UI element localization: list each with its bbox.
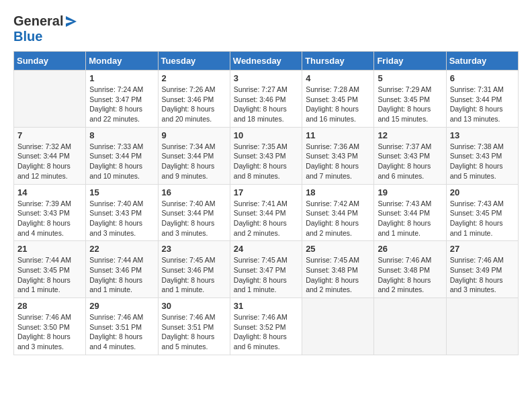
day-number: 20 [450, 187, 515, 197]
logo: General Blue [13, 13, 78, 44]
day-number: 8 [89, 130, 154, 140]
day-info: Sunrise: 7:36 AM Sunset: 3:43 PM Dayligh… [306, 142, 370, 181]
day-number: 13 [450, 130, 515, 140]
day-number: 6 [450, 73, 515, 83]
day-number: 9 [162, 130, 226, 140]
calendar-day-header: Saturday [446, 52, 518, 71]
calendar-cell: 18Sunrise: 7:42 AM Sunset: 3:44 PM Dayli… [302, 184, 374, 241]
day-number: 18 [306, 187, 370, 197]
calendar-cell: 2Sunrise: 7:26 AM Sunset: 3:46 PM Daylig… [158, 71, 230, 128]
calendar-cell: 24Sunrise: 7:45 AM Sunset: 3:47 PM Dayli… [230, 241, 302, 298]
day-info: Sunrise: 7:24 AM Sunset: 3:47 PM Dayligh… [89, 85, 154, 124]
logo-blue-text: Blue [13, 29, 42, 44]
calendar-cell: 19Sunrise: 7:43 AM Sunset: 3:44 PM Dayli… [374, 184, 446, 241]
day-info: Sunrise: 7:45 AM Sunset: 3:48 PM Dayligh… [306, 255, 370, 295]
day-info: Sunrise: 7:46 AM Sunset: 3:51 PM Dayligh… [89, 312, 154, 352]
calendar-cell: 15Sunrise: 7:40 AM Sunset: 3:43 PM Dayli… [86, 184, 158, 241]
calendar-cell: 20Sunrise: 7:43 AM Sunset: 3:45 PM Dayli… [446, 184, 518, 241]
calendar-cell: 8Sunrise: 7:33 AM Sunset: 3:44 PM Daylig… [86, 127, 158, 184]
day-info: Sunrise: 7:46 AM Sunset: 3:50 PM Dayligh… [17, 312, 82, 352]
calendar-cell: 9Sunrise: 7:34 AM Sunset: 3:44 PM Daylig… [158, 127, 230, 184]
day-info: Sunrise: 7:44 AM Sunset: 3:46 PM Dayligh… [89, 255, 154, 295]
day-info: Sunrise: 7:40 AM Sunset: 3:44 PM Dayligh… [162, 199, 226, 238]
day-info: Sunrise: 7:37 AM Sunset: 3:43 PM Dayligh… [378, 142, 442, 181]
calendar-cell: 11Sunrise: 7:36 AM Sunset: 3:43 PM Dayli… [302, 127, 374, 184]
day-number: 23 [162, 244, 226, 254]
calendar-cell: 12Sunrise: 7:37 AM Sunset: 3:43 PM Dayli… [374, 127, 446, 184]
day-number: 3 [234, 73, 298, 83]
calendar-week-row: 7Sunrise: 7:32 AM Sunset: 3:44 PM Daylig… [14, 127, 519, 184]
day-number: 14 [17, 187, 82, 197]
calendar-cell [14, 71, 86, 128]
calendar-cell: 7Sunrise: 7:32 AM Sunset: 3:44 PM Daylig… [14, 127, 86, 184]
day-number: 11 [306, 130, 370, 140]
calendar-day-header: Monday [86, 52, 158, 71]
calendar-cell: 21Sunrise: 7:44 AM Sunset: 3:45 PM Dayli… [14, 241, 86, 298]
calendar-cell: 4Sunrise: 7:28 AM Sunset: 3:45 PM Daylig… [302, 71, 374, 128]
day-number: 15 [89, 187, 154, 197]
day-number: 29 [89, 301, 154, 311]
day-number: 4 [306, 73, 370, 83]
day-info: Sunrise: 7:28 AM Sunset: 3:45 PM Dayligh… [306, 85, 370, 124]
day-info: Sunrise: 7:46 AM Sunset: 3:51 PM Dayligh… [162, 312, 226, 352]
day-info: Sunrise: 7:40 AM Sunset: 3:43 PM Dayligh… [89, 199, 154, 238]
day-number: 22 [89, 244, 154, 254]
calendar-cell [446, 298, 518, 355]
page-header: General Blue [13, 13, 519, 44]
day-info: Sunrise: 7:26 AM Sunset: 3:46 PM Dayligh… [162, 85, 226, 124]
calendar-cell [302, 298, 374, 355]
day-info: Sunrise: 7:31 AM Sunset: 3:44 PM Dayligh… [450, 85, 515, 124]
day-info: Sunrise: 7:42 AM Sunset: 3:44 PM Dayligh… [306, 199, 370, 238]
day-number: 26 [378, 244, 442, 254]
day-number: 28 [17, 301, 82, 311]
calendar-cell: 10Sunrise: 7:35 AM Sunset: 3:43 PM Dayli… [230, 127, 302, 184]
calendar-cell: 14Sunrise: 7:39 AM Sunset: 3:43 PM Dayli… [14, 184, 86, 241]
calendar-cell: 27Sunrise: 7:46 AM Sunset: 3:49 PM Dayli… [446, 241, 518, 298]
calendar-cell: 13Sunrise: 7:38 AM Sunset: 3:43 PM Dayli… [446, 127, 518, 184]
day-info: Sunrise: 7:39 AM Sunset: 3:43 PM Dayligh… [17, 199, 82, 238]
calendar-cell: 29Sunrise: 7:46 AM Sunset: 3:51 PM Dayli… [86, 298, 158, 355]
day-info: Sunrise: 7:45 AM Sunset: 3:47 PM Dayligh… [234, 255, 298, 295]
day-info: Sunrise: 7:33 AM Sunset: 3:44 PM Dayligh… [89, 142, 154, 181]
day-info: Sunrise: 7:46 AM Sunset: 3:49 PM Dayligh… [450, 255, 515, 295]
day-number: 25 [306, 244, 370, 254]
day-info: Sunrise: 7:44 AM Sunset: 3:45 PM Dayligh… [17, 255, 82, 295]
day-info: Sunrise: 7:38 AM Sunset: 3:43 PM Dayligh… [450, 142, 515, 181]
calendar-cell: 28Sunrise: 7:46 AM Sunset: 3:50 PM Dayli… [14, 298, 86, 355]
calendar-day-header: Sunday [14, 52, 86, 71]
logo-general-text: General [13, 13, 63, 29]
calendar-week-row: 1Sunrise: 7:24 AM Sunset: 3:47 PM Daylig… [14, 71, 519, 128]
calendar-cell: 17Sunrise: 7:41 AM Sunset: 3:44 PM Dayli… [230, 184, 302, 241]
day-info: Sunrise: 7:43 AM Sunset: 3:44 PM Dayligh… [378, 199, 442, 238]
day-info: Sunrise: 7:27 AM Sunset: 3:46 PM Dayligh… [234, 85, 298, 124]
calendar-week-row: 14Sunrise: 7:39 AM Sunset: 3:43 PM Dayli… [14, 184, 519, 241]
calendar-day-header: Friday [374, 52, 446, 71]
day-number: 1 [89, 73, 154, 83]
calendar-day-header: Wednesday [230, 52, 302, 71]
day-number: 10 [234, 130, 298, 140]
calendar-cell: 3Sunrise: 7:27 AM Sunset: 3:46 PM Daylig… [230, 71, 302, 128]
calendar-cell: 26Sunrise: 7:46 AM Sunset: 3:48 PM Dayli… [374, 241, 446, 298]
svg-marker-0 [66, 16, 77, 27]
day-info: Sunrise: 7:46 AM Sunset: 3:52 PM Dayligh… [234, 312, 298, 352]
day-number: 21 [17, 244, 82, 254]
calendar-cell: 22Sunrise: 7:44 AM Sunset: 3:46 PM Dayli… [86, 241, 158, 298]
calendar-table: SundayMondayTuesdayWednesdayThursdayFrid… [13, 51, 519, 355]
day-info: Sunrise: 7:45 AM Sunset: 3:46 PM Dayligh… [162, 255, 226, 295]
logo-arrow-icon [64, 15, 78, 28]
day-number: 31 [234, 301, 298, 311]
calendar-cell: 1Sunrise: 7:24 AM Sunset: 3:47 PM Daylig… [86, 71, 158, 128]
calendar-cell: 16Sunrise: 7:40 AM Sunset: 3:44 PM Dayli… [158, 184, 230, 241]
day-info: Sunrise: 7:35 AM Sunset: 3:43 PM Dayligh… [234, 142, 298, 181]
day-number: 5 [378, 73, 442, 83]
day-number: 12 [378, 130, 442, 140]
calendar-cell: 31Sunrise: 7:46 AM Sunset: 3:52 PM Dayli… [230, 298, 302, 355]
calendar-week-row: 21Sunrise: 7:44 AM Sunset: 3:45 PM Dayli… [14, 241, 519, 298]
day-number: 16 [162, 187, 226, 197]
calendar-cell: 30Sunrise: 7:46 AM Sunset: 3:51 PM Dayli… [158, 298, 230, 355]
day-number: 2 [162, 73, 226, 83]
calendar-cell [374, 298, 446, 355]
day-number: 17 [234, 187, 298, 197]
calendar-cell: 5Sunrise: 7:29 AM Sunset: 3:45 PM Daylig… [374, 71, 446, 128]
day-info: Sunrise: 7:46 AM Sunset: 3:48 PM Dayligh… [378, 255, 442, 295]
